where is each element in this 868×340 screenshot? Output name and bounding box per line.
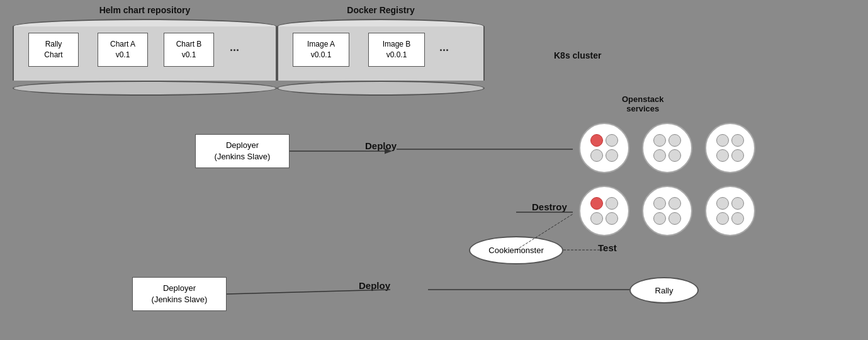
pod-circle-5a: [653, 197, 666, 210]
helm-ellipsis: ...: [230, 41, 239, 54]
pod-cluster-3: [705, 123, 755, 173]
docker-registry-title: Docker Registry: [277, 5, 485, 15]
pod-circle-4c: [590, 212, 603, 225]
pod-cluster-6: [705, 186, 755, 236]
pod-circle-2c: [653, 149, 666, 162]
pod-circle-1c: [590, 149, 603, 162]
deployer-2-box: Deployer (Jenkins Slave): [132, 277, 227, 311]
docker-ellipsis: ...: [439, 41, 449, 54]
pod-cluster-4: [579, 186, 629, 236]
pod-circle-3d: [731, 149, 744, 162]
pod-circle-5b: [668, 197, 681, 210]
helm-repo-title: Helm chart repository: [13, 5, 277, 15]
pod-cluster-2: [642, 123, 692, 173]
deployer-1-box: Deployer (Jenkins Slave): [195, 134, 290, 168]
pod-circle-5d: [668, 212, 681, 225]
cookiemonster-oval: Cookiemonster: [469, 236, 563, 264]
pod-circle-2d: [668, 149, 681, 162]
deploy-2-label: Deploy: [359, 280, 390, 291]
docker-registry-cylinder: Image A v0.0.1 Image B v0.0.1 ...: [277, 19, 485, 88]
pod-circle-red-2: [590, 197, 603, 210]
image-b-box: Image B v0.0.1: [368, 33, 425, 67]
pod-circle-6a: [716, 197, 729, 210]
deploy-1-label: Deploy: [365, 140, 397, 151]
pod-circle-1b: [606, 134, 618, 147]
k8s-cluster-label: K8s cluster: [554, 50, 601, 60]
pod-circle-3a: [716, 134, 729, 147]
image-a-box: Image A v0.0.1: [293, 33, 349, 67]
pod-circle-3c: [716, 149, 729, 162]
pod-circle-2a: [653, 134, 666, 147]
pod-circle-1d: [606, 149, 618, 162]
pod-circle-5c: [653, 212, 666, 225]
destroy-label: Destroy: [532, 201, 567, 212]
pod-cluster-1: [579, 123, 629, 173]
pod-cluster-5: [642, 186, 692, 236]
rally-oval: Rally: [629, 277, 699, 303]
pod-circle-4b: [606, 197, 618, 210]
chart-a-box: Chart A v0.1: [98, 33, 148, 67]
rally-chart-box: Rally Chart: [28, 33, 79, 67]
pod-circle-3b: [731, 134, 744, 147]
pod-circle-4d: [606, 212, 618, 225]
pod-circle-6c: [716, 212, 729, 225]
helm-repo-cylinder: Rally Chart Chart A v0.1 Chart B v0.1 ..…: [13, 19, 277, 88]
openstack-services-label: Openstack services: [622, 94, 663, 113]
pod-circle-red-1: [590, 134, 603, 147]
chart-b-box: Chart B v0.1: [164, 33, 214, 67]
test-label: Test: [598, 242, 617, 253]
pod-circle-6b: [731, 197, 744, 210]
pod-circle-2b: [668, 134, 681, 147]
pod-circle-6d: [731, 212, 744, 225]
